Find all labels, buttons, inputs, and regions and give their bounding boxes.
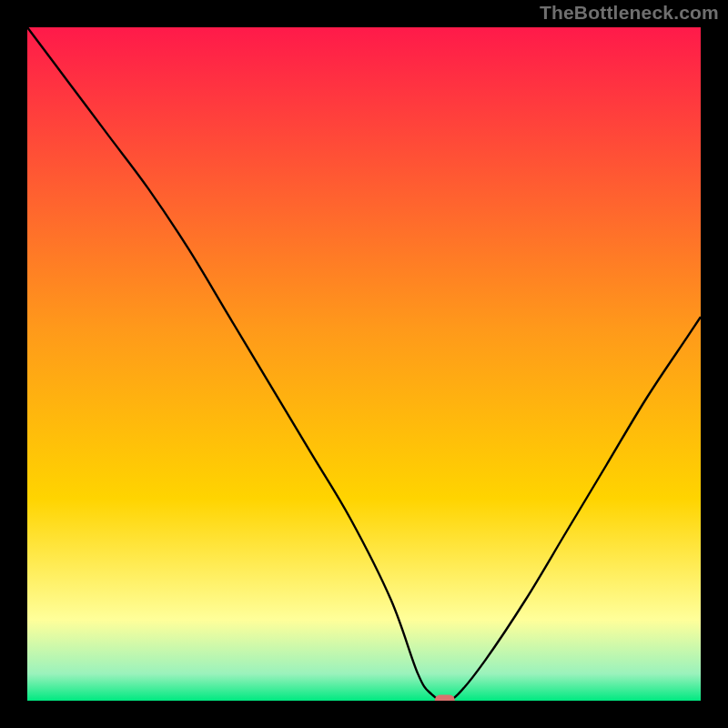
plot-gradient-background xyxy=(27,27,701,701)
watermark-text: TheBottleneck.com xyxy=(540,2,719,24)
bottleneck-chart xyxy=(0,0,728,728)
